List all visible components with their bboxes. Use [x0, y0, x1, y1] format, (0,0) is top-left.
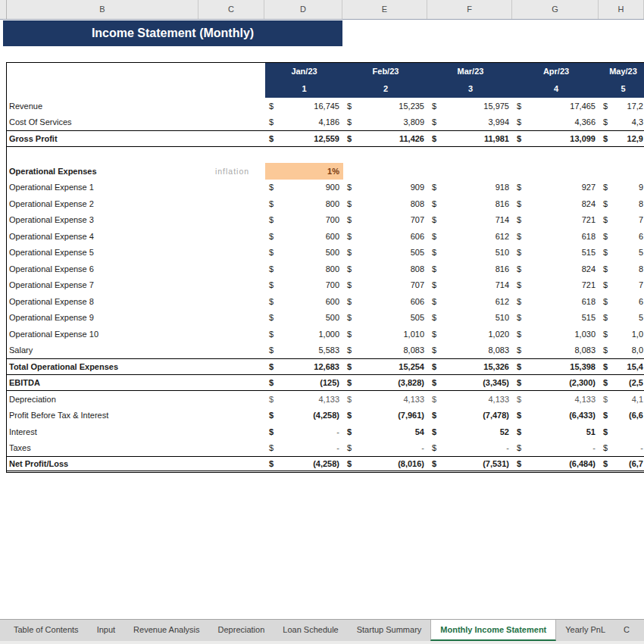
- row-label[interactable]: Operational Expense 4: [7, 228, 265, 245]
- value-cell[interactable]: $12,559: [265, 131, 343, 146]
- row-blank[interactable]: [7, 147, 644, 164]
- month-header-apr-23[interactable]: Apr/23: [513, 63, 599, 80]
- value-cell[interactable]: $52: [428, 424, 513, 440]
- value-cell[interactable]: $3,809: [343, 114, 428, 131]
- value-cell[interactable]: $(6,484): [513, 457, 599, 470]
- value-cell[interactable]: $-: [428, 440, 513, 457]
- month-number-4[interactable]: 4: [513, 80, 599, 98]
- value-cell[interactable]: $1,020: [428, 326, 513, 342]
- value-cell[interactable]: $15,235: [343, 98, 428, 114]
- value-cell[interactable]: $15,975: [428, 98, 513, 114]
- value-cell[interactable]: $-: [343, 440, 428, 457]
- sheet-tab-yearly-pnl[interactable]: Yearly PnL: [556, 620, 614, 641]
- value-cell[interactable]: $: [599, 424, 644, 440]
- value-cell[interactable]: $8: [599, 261, 644, 277]
- value-cell[interactable]: $(2,5: [599, 375, 644, 391]
- value-cell[interactable]: $(7,961): [343, 408, 428, 424]
- value-cell[interactable]: $(2,300): [513, 375, 599, 391]
- value-cell[interactable]: $808: [343, 195, 428, 212]
- value-cell[interactable]: $-: [265, 440, 343, 457]
- value-cell[interactable]: $5: [599, 310, 644, 327]
- sheet-tab-table-of-contents[interactable]: Table of Contents: [5, 620, 88, 641]
- tab-overflow-ellipsis[interactable]: …: [639, 620, 644, 641]
- value-cell[interactable]: $515: [513, 310, 599, 327]
- value-cell[interactable]: $9: [599, 180, 644, 196]
- value-cell[interactable]: $5,583: [265, 342, 343, 359]
- value-cell[interactable]: $4,133: [343, 391, 428, 408]
- value-cell[interactable]: $824: [513, 261, 599, 277]
- value-cell[interactable]: $606: [343, 228, 428, 245]
- value-cell[interactable]: $800: [265, 261, 343, 277]
- sheet-tab-revenue-analysis[interactable]: Revenue Analysis: [124, 620, 208, 641]
- value-cell[interactable]: $12,9: [599, 131, 644, 146]
- value-cell[interactable]: $1,000: [265, 326, 343, 342]
- value-cell[interactable]: $-: [265, 424, 343, 440]
- value-cell[interactable]: $4,133: [428, 391, 513, 408]
- value-cell[interactable]: $816: [428, 195, 513, 212]
- value-cell[interactable]: $5: [599, 245, 644, 261]
- value-cell[interactable]: $(125): [265, 375, 343, 391]
- column-header-C[interactable]: C: [199, 0, 264, 19]
- value-cell[interactable]: $612: [428, 293, 513, 310]
- value-cell[interactable]: $4,366: [513, 114, 599, 131]
- row-label[interactable]: Operational Expense 10: [7, 326, 265, 342]
- value-cell[interactable]: $12,683: [265, 359, 343, 374]
- value-cell[interactable]: $(6,6: [599, 408, 644, 424]
- value-cell[interactable]: $606: [343, 293, 428, 310]
- value-cell[interactable]: $(3,828): [343, 375, 428, 391]
- row-label[interactable]: Operational Expense 8: [7, 293, 265, 310]
- row-label[interactable]: Profit Before Tax & Interest: [7, 408, 265, 424]
- value-cell[interactable]: $707: [343, 277, 428, 294]
- month-header-may-23[interactable]: May/23: [599, 63, 644, 80]
- inflation-label-cell[interactable]: inflation: [199, 163, 265, 180]
- month-number-3[interactable]: 3: [428, 80, 513, 98]
- value-cell[interactable]: $15,254: [343, 359, 428, 374]
- sheet-tab-input[interactable]: Input: [88, 620, 124, 641]
- column-header-H[interactable]: H: [599, 0, 644, 19]
- value-cell[interactable]: $600: [265, 293, 343, 310]
- value-cell[interactable]: $824: [513, 195, 599, 212]
- sheet-tab-monthly-income-statement[interactable]: Monthly Income Statement: [430, 620, 556, 641]
- value-cell[interactable]: $51: [513, 424, 599, 440]
- value-cell[interactable]: $(6,433): [513, 408, 599, 424]
- value-cell[interactable]: $(3,345): [428, 375, 513, 391]
- value-cell[interactable]: $13,099: [513, 131, 599, 146]
- value-cell[interactable]: $4,133: [265, 391, 343, 408]
- value-cell[interactable]: $54: [343, 424, 428, 440]
- column-header-B[interactable]: B: [6, 0, 199, 19]
- row-label[interactable]: Net Profit/Loss: [7, 457, 265, 470]
- row-label[interactable]: Operational Expenses: [7, 163, 199, 180]
- value-cell[interactable]: $(7,531): [428, 457, 513, 470]
- row-label[interactable]: EBITDA: [7, 375, 265, 391]
- value-cell[interactable]: $700: [265, 212, 343, 229]
- value-cell[interactable]: $(4,258): [265, 457, 343, 470]
- row-label[interactable]: Taxes: [7, 440, 265, 457]
- row-label[interactable]: [7, 147, 265, 164]
- row-label[interactable]: Cost Of Services: [7, 114, 265, 131]
- month-number-2[interactable]: 2: [343, 80, 428, 98]
- value-cell[interactable]: $-: [599, 440, 644, 457]
- value-cell[interactable]: $17,465: [513, 98, 599, 114]
- sheet-title-banner[interactable]: Income Statement (Monthly): [3, 20, 342, 46]
- column-header-G[interactable]: G: [512, 0, 599, 19]
- value-cell[interactable]: $700: [265, 277, 343, 294]
- value-cell[interactable]: $515: [513, 245, 599, 261]
- value-cell[interactable]: $707: [343, 212, 428, 229]
- value-cell[interactable]: $8: [599, 195, 644, 212]
- value-cell[interactable]: $900: [265, 180, 343, 196]
- row-label[interactable]: Operational Expense 9: [7, 310, 265, 327]
- row-label[interactable]: Interest: [7, 424, 265, 440]
- value-cell[interactable]: $11,426: [343, 131, 428, 146]
- row-label[interactable]: Gross Profit: [7, 131, 265, 146]
- month-header-feb-23[interactable]: Feb/23: [343, 63, 428, 80]
- value-cell[interactable]: $500: [265, 245, 343, 261]
- value-cell[interactable]: $612: [428, 228, 513, 245]
- value-cell[interactable]: $(8,016): [343, 457, 428, 470]
- column-header-D[interactable]: D: [264, 0, 342, 19]
- row-label[interactable]: Operational Expense 2: [7, 195, 265, 212]
- row-label[interactable]: Depreciation: [7, 391, 265, 408]
- value-cell[interactable]: $7: [599, 212, 644, 229]
- value-cell[interactable]: $8,0: [599, 342, 644, 359]
- row-label[interactable]: Salary: [7, 342, 265, 359]
- value-cell[interactable]: $1,030: [513, 326, 599, 342]
